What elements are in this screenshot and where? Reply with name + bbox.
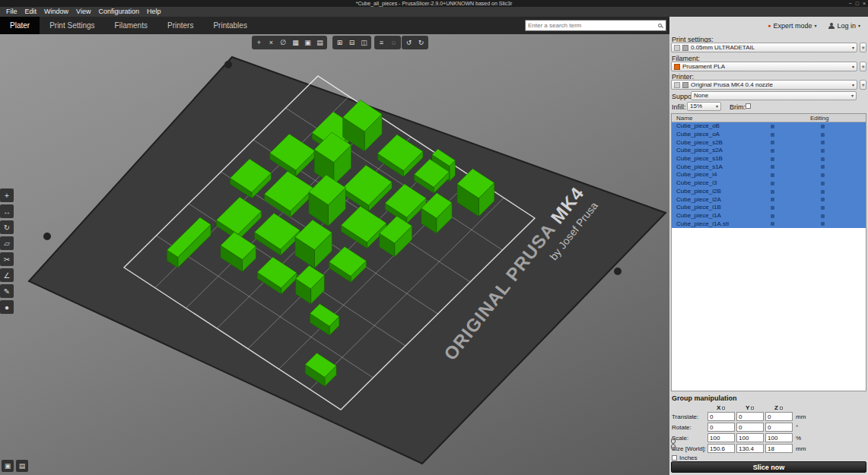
extruder-icon[interactable] [771,206,774,210]
add-instance-icon[interactable]: ⊞ [334,37,345,49]
variable-layer-height-icon[interactable]: ≡ [376,37,387,49]
rotate-y-input[interactable] [736,423,764,432]
extruder-icon[interactable] [771,149,774,153]
eye-icon[interactable] [821,214,825,218]
split-objects-icon[interactable]: ◫ [358,37,370,49]
measure-icon[interactable]: ∠ [0,268,14,282]
extruder-icon[interactable] [771,141,774,144]
menu-window[interactable]: Window [40,7,72,17]
expert-mode-selector[interactable]: ● Expert mode ▾ [768,22,816,30]
object-list-row[interactable]: Cube_piece_i2B [672,188,866,196]
object-list-row[interactable]: Cube_piece_s2B [672,138,866,147]
axis-y-lock-icon[interactable] [751,407,754,410]
object-list-row[interactable]: Cube_piece_i4 [672,171,866,179]
rotate-x-input[interactable] [707,423,735,432]
extruder-icon[interactable] [771,133,774,137]
delete-icon[interactable]: × [265,37,277,49]
undo-icon[interactable]: ↺ [403,37,415,49]
eye-icon[interactable] [821,198,825,201]
extruder-icon[interactable] [771,157,774,161]
printer-combo[interactable]: Original Prusa MK4 0.4 nozzle ▾ [671,80,857,90]
rotate-icon[interactable]: ↻ [0,220,14,234]
extruder-icon[interactable] [771,222,774,226]
scale-y-input[interactable] [736,433,764,442]
object-list-row[interactable]: Cube_piece_oA [672,131,866,139]
menu-edit[interactable]: Edit [21,7,41,17]
inches-checkbox[interactable] [672,455,677,461]
tab-print-settings[interactable]: Print Settings [40,17,104,34]
object-list-row[interactable]: Cube_piece_i2A [672,195,866,204]
eye-icon[interactable] [821,190,825,194]
close-button[interactable]: × [863,1,866,6]
filament-combo[interactable]: Prusament PLA ▾ [671,62,857,71]
object-list-row[interactable]: Cube_piece_i1A [672,212,866,220]
delete-all-icon[interactable]: ∅ [278,37,289,49]
tab-filaments[interactable]: Filaments [105,17,157,34]
arrange-icon[interactable]: ▦ [290,37,301,49]
eye-icon[interactable] [821,206,825,210]
menu-configuration[interactable]: Configuration [94,7,143,17]
eye-icon[interactable] [821,173,825,177]
extruder-icon[interactable] [771,165,774,169]
uniform-scale-link-icon[interactable] [670,437,676,451]
extruder-icon[interactable] [771,214,774,218]
maximize-button[interactable]: □ [856,1,859,6]
move-icon[interactable]: + [0,188,14,202]
size-z-input[interactable] [765,444,793,453]
menu-file[interactable]: File [2,7,21,17]
3d-viewport[interactable]: ORIGINAL PRUSA MK4by Josef Prusa +×∅▦▣▤ … [0,34,669,475]
search-icon[interactable]: ◌ [388,37,399,49]
eye-icon[interactable] [821,141,825,144]
printer-gear-button[interactable]: ✳ [860,80,866,90]
seam-icon[interactable]: ● [0,300,14,314]
object-list-row[interactable]: Cube_piece_i1B [672,204,866,212]
rotate-z-input[interactable] [765,423,793,432]
preview-view-icon[interactable]: ▤ [16,460,28,472]
extruder-icon[interactable] [771,198,774,201]
tab-plater[interactable]: Plater [0,17,40,34]
eye-icon[interactable] [821,182,825,185]
eye-icon[interactable] [821,157,825,161]
window-titlebar[interactable]: *Cube_all_pieces - PrusaSlicer-2.9.0+UNK… [0,0,868,7]
translate-y-input[interactable] [736,412,764,421]
extruder-icon[interactable] [771,182,774,185]
object-list-row[interactable]: Cube_piece_s1B [672,155,866,163]
object-list-row[interactable]: Cube_piece_i3 [672,179,866,188]
eye-icon[interactable] [821,133,825,137]
axis-x-lock-icon[interactable] [722,407,725,410]
search-box[interactable] [525,20,666,31]
editor-view-icon[interactable]: ▣ [2,460,14,472]
minimize-button[interactable]: − [849,1,852,6]
infill-combo[interactable]: 15% ▾ [687,102,721,111]
object-list-row[interactable]: Cube_piece_s1A [672,163,866,171]
print-settings-gear-button[interactable]: ✳ [860,43,866,52]
scale-icon[interactable]: ↔ [0,204,14,218]
extruder-icon[interactable] [771,190,774,194]
scale-x-input[interactable] [707,433,735,442]
login-button[interactable]: Log in ▾ [828,22,860,30]
supports-combo[interactable]: None ▾ [691,91,857,100]
object-list-row[interactable]: Cube_piece_i1A.stl [672,220,866,228]
3d-scene[interactable]: ORIGINAL PRUSA MK4by Josef Prusa [0,34,669,475]
remove-instance-icon[interactable]: ⊟ [346,37,358,49]
axis-z-lock-icon[interactable] [780,407,783,410]
paste-icon[interactable]: ▤ [314,37,326,49]
translate-x-input[interactable] [707,412,735,421]
eye-icon[interactable] [821,149,825,153]
translate-z-input[interactable] [765,412,793,421]
search-input[interactable] [526,22,658,29]
extruder-icon[interactable] [771,173,774,177]
paint-supports-icon[interactable]: ✎ [0,284,14,298]
redo-icon[interactable]: ↻ [415,37,427,49]
size-y-input[interactable] [736,444,764,453]
eye-icon[interactable] [821,165,825,169]
extruder-icon[interactable] [771,125,774,128]
scale-z-input[interactable] [765,433,793,442]
brim-checkbox[interactable] [746,103,751,109]
tab-printables[interactable]: Printables [203,17,256,34]
copy-icon[interactable]: ▣ [302,37,313,49]
tab-printers[interactable]: Printers [157,17,203,34]
cut-icon[interactable]: ✂ [0,252,14,266]
filament-gear-button[interactable]: ✳ [860,62,866,71]
eye-icon[interactable] [821,222,825,226]
